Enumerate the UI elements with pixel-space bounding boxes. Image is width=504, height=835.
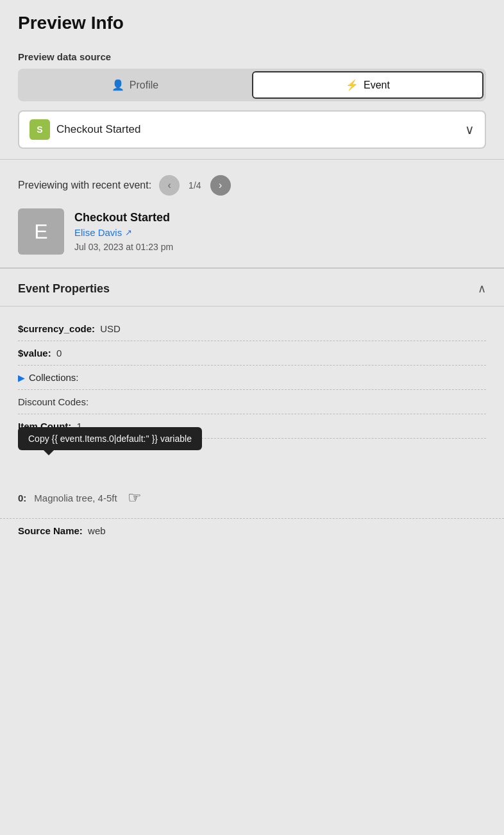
event-info: Checkout Started Elise Davis ↗ Jul 03, 2… — [74, 208, 173, 252]
chevron-left-icon: ‹ — [167, 180, 171, 191]
cursor-icon: ☞ — [128, 489, 142, 507]
items-header-row: 0: Magnolia tree, 4-5ft ☞ — [18, 489, 486, 507]
event-user-link[interactable]: Elise Davis ↗ — [74, 227, 173, 238]
chevron-down-icon: ∨ — [465, 122, 475, 137]
event-tab[interactable]: ⚡ Event — [252, 71, 483, 99]
page-indicator: 1/4 — [189, 180, 201, 190]
item-name: Magnolia tree, 4-5ft — [34, 493, 117, 503]
preview-data-label: Preview data source — [18, 51, 486, 62]
user-name: Elise Davis — [74, 227, 122, 238]
currency-code-value: USD — [100, 323, 121, 334]
dropdown-label: Checkout Started — [56, 123, 140, 136]
header-section: Preview Info Preview data source 👤 Profi… — [0, 0, 504, 159]
shopify-icon: S — [29, 119, 50, 140]
collapse-icon[interactable]: ∧ — [478, 282, 486, 296]
collections-arrow-icon: ▶ — [18, 373, 25, 383]
items-section: Copy {{ event.Items.0|default:'' }} vari… — [0, 449, 504, 518]
currency-code-row: $currency_code: USD — [18, 317, 486, 341]
main-container: Preview Info Preview data source 👤 Profi… — [0, 0, 504, 555]
avatar: E — [18, 208, 64, 255]
dropdown-left: S Checkout Started — [29, 119, 140, 140]
event-card: E Checkout Started Elise Davis ↗ Jul 03,… — [18, 208, 486, 255]
source-name-key: Source Name: — [18, 525, 83, 536]
discount-codes-row: Discount Codes: — [18, 390, 486, 414]
lightning-icon: ⚡ — [346, 79, 358, 91]
collections-row: ▶ Collections: — [18, 366, 486, 390]
event-date: Jul 03, 2023 at 01:23 pm — [74, 242, 173, 252]
profile-tab[interactable]: 👤 Profile — [21, 71, 249, 99]
chevron-right-icon: › — [219, 180, 222, 191]
profile-label: Profile — [130, 80, 158, 91]
value-key: $value: — [18, 348, 51, 358]
prev-event-button[interactable]: ‹ — [159, 175, 180, 196]
source-row: Source Name: web — [0, 518, 504, 543]
value-value: 0 — [56, 348, 62, 358]
toggle-group: 👤 Profile ⚡ Event — [18, 69, 486, 101]
source-name-value: web — [88, 525, 106, 536]
value-row: $value: 0 — [18, 341, 486, 366]
page-title: Preview Info — [18, 13, 486, 33]
event-type-dropdown[interactable]: S Checkout Started ∨ — [18, 110, 486, 149]
item-index: 0: — [18, 493, 26, 503]
properties-header: Event Properties ∧ — [0, 268, 504, 307]
svg-text:S: S — [37, 124, 42, 135]
collections-label: Collections: — [29, 372, 79, 383]
person-icon: 👤 — [112, 79, 124, 91]
discount-codes-label: Discount Codes: — [18, 396, 88, 407]
avatar-letter: E — [34, 220, 47, 244]
external-link-icon: ↗ — [125, 228, 132, 237]
bottom-spacer — [0, 543, 504, 555]
tooltip-box: Copy {{ event.Items.0|default:'' }} vari… — [18, 427, 202, 450]
next-event-button[interactable]: › — [210, 175, 231, 196]
event-name: Checkout Started — [74, 211, 173, 224]
currency-code-key: $currency_code: — [18, 323, 95, 334]
tooltip-arrow — [44, 450, 54, 455]
properties-section: Event Properties ∧ $currency_code: USD $… — [0, 268, 504, 449]
preview-section: Previewing with recent event: ‹ 1/4 › E … — [0, 160, 504, 267]
tooltip-text: Copy {{ event.Items.0|default:'' }} vari… — [28, 434, 192, 444]
preview-with-text: Previewing with recent event: — [18, 180, 151, 191]
properties-title: Event Properties — [18, 282, 110, 296]
preview-header: Previewing with recent event: ‹ 1/4 › — [18, 175, 486, 196]
event-label: Event — [364, 80, 390, 91]
